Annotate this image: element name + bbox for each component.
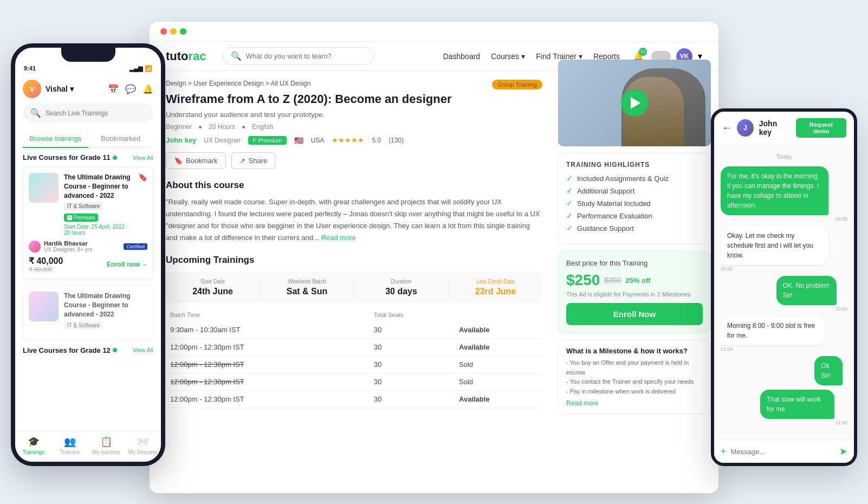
nav-courses[interactable]: Courses ▾ [491,52,525,61]
calendar-icon[interactable]: 📅 [108,84,119,94]
chat-header: ← J John key Request demo [714,112,854,145]
phone-content: Live Courses for Grade 11 View All The U… [15,148,161,448]
chat-date-label: Today [721,153,847,160]
course-info-2: The Ultimate Drawing Course - Beginner t… [64,292,147,329]
table-row: 12:00pm - 12:30pm IST 30 Sold [166,373,542,390]
nav-dashboard[interactable]: Dashboard [443,52,481,61]
request-demo-button[interactable]: Request demo [796,118,846,138]
milestone-read-more[interactable]: Read more [566,399,703,407]
course-tags-2: IT & Software [64,321,147,329]
trainings-nav-icon: 🎓 [28,436,40,448]
card-price-block: ₹ 40,000 ₹ 80,000 [29,256,63,273]
send-button-icon[interactable]: ➤ [839,445,847,457]
chat-time-2: 10:02 [721,266,847,272]
bookmark-button[interactable]: 🔖 Bookmark [166,152,226,169]
trainer-name[interactable]: John key [166,136,196,144]
search-input[interactable] [246,52,366,60]
price-discount: 25% off [625,276,650,285]
notification-bell-icon[interactable]: 🔔 [142,84,153,94]
last-enroll-col: Last Enroll Date 23rd June [449,279,542,296]
chat-input-row[interactable]: + ➤ [714,440,854,463]
chat-time-6: 11:00 [760,420,847,425]
nav-trainers[interactable]: 👥 Trainers [51,436,88,455]
course-subtitle: Understand your audience and test your p… [166,111,542,119]
nav-trainings[interactable]: 🎓 Trainings [15,436,51,455]
batch-time-header: Batch Time [166,308,350,321]
group-badge: Group Training [492,80,542,89]
chat-icon[interactable]: 💬 [125,84,136,94]
share-icon: ↗ [239,157,245,165]
nav-my-request[interactable]: 📨 My Request [125,436,161,455]
country-label: USA [311,137,325,144]
weekend-value: Sat & Sun [265,287,348,296]
price-main: $250 [566,272,600,289]
phone-nav: 🎓 Trainings 👥 Trainers 📋 My batches 📨 My… [15,431,161,462]
enroll-now-button[interactable]: Enroll Now [566,303,703,325]
check-icon: ✓ [566,211,573,220]
tag-premium: P Premium [64,214,98,222]
read-more-link[interactable]: Read more [321,234,356,242]
phone-avatar[interactable]: V [23,80,41,98]
chat-plus-icon[interactable]: + [721,446,727,457]
chat-time-4: 11:04 [721,346,844,352]
course-section-header: Live Courses for Grade 11 View All [23,153,153,161]
search-bar[interactable]: 🔍 [223,47,374,65]
nav-my-batches[interactable]: 📋 My batches [88,436,125,455]
chat-avatar: J [737,119,754,137]
highlight-item: ✓ Performance Evaluation [566,211,703,220]
action-buttons: 🔖 Bookmark ↗ Share [166,152,542,169]
view-all-link-2[interactable]: View All [133,347,153,353]
video-thumbnail[interactable] [558,60,711,146]
milestone-point-2: - You contact the Trainer and specify yo… [566,377,703,387]
phone-status-icons: ▂▄▆ 📶 [129,65,152,72]
milestone-info: What is a Milestone & how it works? - Yo… [558,340,711,414]
chat-message-3: OK. No problem Sir! [776,276,837,305]
view-all-link[interactable]: View All [133,154,153,161]
right-panel: TRAINING HIGHLIGHTS ✓ Included Assignmen… [550,52,718,493]
trainer-info-row: Hardik Bhavsar UX Designer, 8+ yrs Certi… [29,240,147,253]
highlight-item: ✓ Guidance Support [566,224,703,232]
card-price: ₹ 40,000 [29,256,63,266]
mobile-phone: 9:41 ▂▄▆ 📶 V Vishal ▾ 📅 💬 🔔 🔍 Browse tra… [11,43,165,466]
maximize-dot[interactable] [180,28,186,35]
highlights-box: TRAINING HIGHLIGHTS ✓ Included Assignmen… [558,153,711,244]
enroll-now-mobile-button[interactable]: Enroll now → [107,261,147,268]
trainer-row: John key UX Designer PPremium 🇺🇸 USA ★★★… [166,136,542,145]
course-card-title-2: The Ultimate Drawing Course - Beginner t… [64,292,147,319]
share-button[interactable]: ↗ Share [231,152,276,169]
phone-search[interactable]: 🔍 [23,104,153,122]
weekend-batch-col: Weekend Batch Sat & Sun [260,279,354,296]
course-bookmark-icon[interactable]: 🔖 [138,173,147,236]
tab-browse-trainings[interactable]: Browse trainings [23,130,88,148]
milestone-point-3: - Pay in milestone when work is delivere… [566,387,703,397]
star-rating: ★★★★★ [332,136,364,144]
chat-message-4: Morning 8:00 - 9:00 slot is free for me. [721,316,825,345]
milestone-eligibility-text: This Ad is eligible for Payments in 2 Mi… [566,291,703,298]
phone-notch [61,48,115,62]
table-row: 12:00pm - 12:30pm IST 30 Available [166,390,542,408]
wifi-icon: 📶 [145,65,152,72]
minimize-dot[interactable] [170,28,177,35]
highlights-title: TRAINING HIGHLIGHTS [566,161,703,169]
course-card-top: The Ultimate Drawing Course - Beginner t… [29,173,147,236]
price-row: $250 $300 25% off [566,272,703,289]
course-thumbnail [29,173,59,203]
phone-search-input[interactable] [46,109,146,117]
play-button[interactable] [621,89,648,117]
pricing-box: Best price for this Training $250 $300 2… [558,251,711,333]
tab-bookmarked[interactable]: Bookmarked [88,130,154,147]
trainers-nav-icon: 👥 [64,436,76,448]
milestone-question: What is a Milestone & how it works? [566,347,703,355]
back-arrow-icon[interactable]: ← [722,122,731,134]
batches-nav-icon: 📋 [100,436,112,448]
total-seats-header: Total Seats [370,308,455,321]
duration-col: Duration 30 days [354,279,449,296]
training-dates: Start Date 24th June Weekend Batch Sat &… [166,272,542,303]
check-icon: ✓ [566,186,573,195]
phone-tabs: Browse trainings Bookmarked [23,130,153,148]
chat-message-input[interactable] [731,448,835,456]
course-thumbnail-2 [29,292,59,321]
close-dot[interactable] [160,28,167,35]
chat-message-2: Okay. Let me check my schedule first and… [721,226,828,265]
certified-badge: Certified [124,243,147,250]
